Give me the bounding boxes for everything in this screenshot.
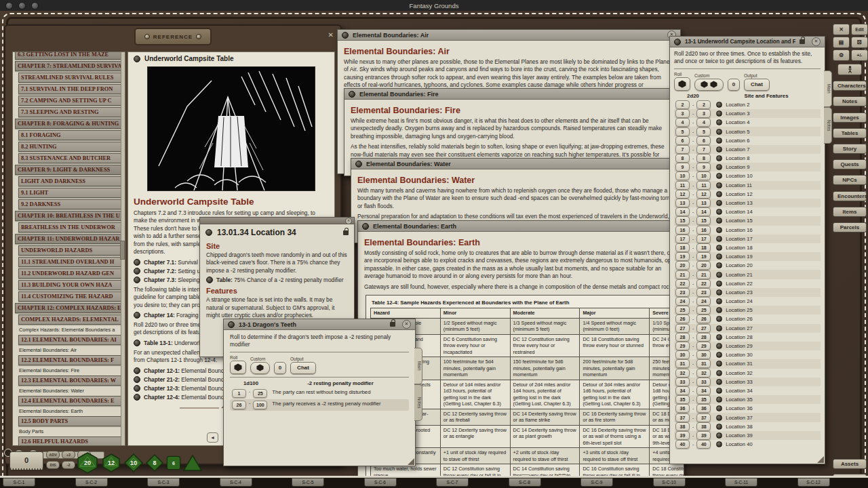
range-from-box[interactable]: 21 <box>675 270 690 279</box>
taskbar-tab-10[interactable]: S-C-10 <box>653 478 686 487</box>
range-to-box[interactable]: 100 <box>253 401 267 409</box>
link-bullet-icon[interactable] <box>716 415 722 421</box>
sidebar-item[interactable]: Elemental Boundaries: Air <box>15 346 123 354</box>
link-bullet-icon[interactable] <box>716 307 722 313</box>
link-bullet-icon[interactable] <box>716 236 722 242</box>
link-bullet-icon[interactable] <box>716 173 722 179</box>
sidebar-item[interactable]: 12.1 ELEMENTAL BOUNDARIES: AI <box>18 335 123 345</box>
d20-die[interactable]: 20 <box>76 451 99 474</box>
link-bullet-icon[interactable] <box>716 272 722 278</box>
table-row[interactable]: 3-3Location 3 <box>674 109 821 118</box>
range-to-box[interactable]: 3 <box>696 109 711 118</box>
table-row[interactable]: 28-28Location 28 <box>674 333 821 342</box>
d8-die[interactable]: 8 <box>145 453 164 472</box>
sidebar-item[interactable]: 8.2 HUNTING <box>18 142 123 152</box>
location-link[interactable]: Location 23 <box>726 289 752 296</box>
resize-grip[interactable] <box>817 456 824 463</box>
link-bullet-icon[interactable] <box>716 155 722 161</box>
link-bullet-icon[interactable] <box>716 102 722 108</box>
link-bullet-icon[interactable] <box>362 223 369 230</box>
link-bullet-icon[interactable] <box>134 56 140 62</box>
table-row[interactable]: 1-25The party can rest without being dis… <box>230 388 409 399</box>
link-bullet-icon[interactable] <box>349 91 355 98</box>
range-from-box[interactable]: 26 <box>232 401 246 409</box>
range-from-box[interactable]: 27 <box>675 324 690 333</box>
sidebar-item[interactable]: 6.3 GETTING LOST IN THE MAZE <box>15 52 123 60</box>
location-link[interactable]: Location 40 <box>726 441 752 447</box>
range-to-box[interactable]: 40 <box>696 440 711 449</box>
table-row[interactable]: 37-37Location 37 <box>674 413 821 422</box>
location-link[interactable]: Location 7 <box>726 146 749 152</box>
sidebar-item[interactable]: 11.1 STREAMLINED OVERLAND H <box>18 257 123 267</box>
location-link[interactable]: Location 20 <box>726 262 752 268</box>
table-row[interactable]: 4-4Location 4 <box>674 118 821 127</box>
taskbar-tab-3[interactable]: S-C-3 <box>147 478 180 487</box>
sidebar-item[interactable]: LIGHT AND DARKNESS <box>18 176 123 186</box>
table-row[interactable]: 36-36Location 36 <box>674 404 821 413</box>
table-row[interactable]: 23-23Location 23 <box>674 288 821 297</box>
location-link[interactable]: Location 16 <box>726 227 752 233</box>
range-to-box[interactable]: 33 <box>696 378 711 386</box>
sidebar-item[interactable]: 7.3 SLEEPING AND RESTING <box>18 107 123 117</box>
link-bullet-icon[interactable] <box>716 245 722 251</box>
sidebar-item[interactable]: 11.4 CUSTOMIZING THE HAZARD <box>18 291 123 302</box>
link-bullet-icon[interactable] <box>716 316 722 322</box>
location-link[interactable]: Location 11 <box>726 182 752 188</box>
sidebar-button-parcels[interactable]: Parcels <box>833 222 867 232</box>
location-link[interactable]: Location 21 <box>726 272 752 278</box>
table-row[interactable]: 33-33Location 33 <box>674 378 821 386</box>
range-to-box[interactable]: 28 <box>696 333 711 342</box>
range-from-box[interactable]: 36 <box>675 404 690 413</box>
table-row[interactable]: 25-25Location 25 <box>674 306 821 314</box>
range-to-box[interactable]: 34 <box>696 386 711 395</box>
range-from-box[interactable]: 25 <box>675 306 690 314</box>
location-link[interactable]: Location 13 <box>726 200 752 206</box>
modules-icon[interactable]: ▤ <box>833 37 850 48</box>
sidebar-button-encounters[interactable]: Encounters <box>833 191 867 201</box>
link-bullet-icon[interactable] <box>716 129 722 135</box>
campsite-titlebar[interactable]: 13-1 Underworld Campsite Location and Fe… <box>670 37 825 47</box>
range-from-box[interactable]: 23 <box>675 288 690 297</box>
range-to-box[interactable]: 25 <box>253 389 267 398</box>
location-link[interactable]: Location 36 <box>726 405 752 411</box>
taskbar-tab-7[interactable]: S-C-7 <box>436 478 469 487</box>
modifier-button-DIS[interactable]: DIS <box>46 461 60 469</box>
page-prev-button[interactable]: ◄ <box>207 432 218 443</box>
modifiers-icon[interactable]: +/- <box>851 49 868 61</box>
range-to-box[interactable]: 38 <box>696 422 711 431</box>
table-row[interactable]: 29-29Location 29 <box>674 342 821 350</box>
table-row[interactable]: 11-11Location 11 <box>674 181 821 190</box>
range-from-box[interactable]: 3 <box>675 109 690 118</box>
dice-icon[interactable]: ⚄ <box>851 37 868 48</box>
link-bullet-icon[interactable] <box>716 138 722 144</box>
lock-icon[interactable] <box>343 230 349 235</box>
location-link[interactable]: Location 14 <box>726 209 752 215</box>
range-from-box[interactable]: 15 <box>675 216 690 225</box>
table-row[interactable]: 15-15Location 15 <box>674 216 821 225</box>
tab-main[interactable]: Main <box>414 348 422 384</box>
location-link[interactable]: Location 8 <box>726 155 749 161</box>
range-to-box[interactable]: 18 <box>696 243 711 252</box>
modifier-box[interactable]: 0 <box>9 451 43 470</box>
range-to-box[interactable]: 7 <box>696 145 711 154</box>
taskbar-tab-2[interactable]: S-C-2 <box>75 478 108 487</box>
sidebar-item[interactable]: Complex Hazards: Elemental Boundaries a <box>15 326 123 334</box>
range-to-box[interactable]: 16 <box>696 226 711 235</box>
location-link[interactable]: Location 25 <box>726 307 752 313</box>
sidebar-item[interactable]: 7.2 CAMPING AND SETTING UP C <box>18 96 123 106</box>
table-row[interactable]: 24-24Location 24 <box>674 297 821 306</box>
sidebar-item[interactable]: 8.1 FORAGING <box>18 130 123 140</box>
table-row[interactable]: 8-8Location 8 <box>674 154 821 163</box>
resize-grip[interactable] <box>408 458 414 465</box>
range-to-box[interactable]: 2 <box>696 100 711 109</box>
location-link[interactable]: Location 10 <box>726 173 752 179</box>
table-row[interactable]: 22-22Location 22 <box>674 279 821 288</box>
range-to-box[interactable]: 8 <box>696 154 711 163</box>
d10-die[interactable]: 10 <box>123 453 144 473</box>
taskbar-tab-6[interactable]: S-C-6 <box>364 478 397 487</box>
location-link[interactable]: Location 24 <box>726 298 752 304</box>
location-link[interactable]: Location 17 <box>726 236 752 242</box>
character-selection-button[interactable] <box>837 64 862 75</box>
range-from-box[interactable]: 16 <box>675 226 690 235</box>
table-row[interactable]: 21-21Location 21 <box>674 270 821 279</box>
